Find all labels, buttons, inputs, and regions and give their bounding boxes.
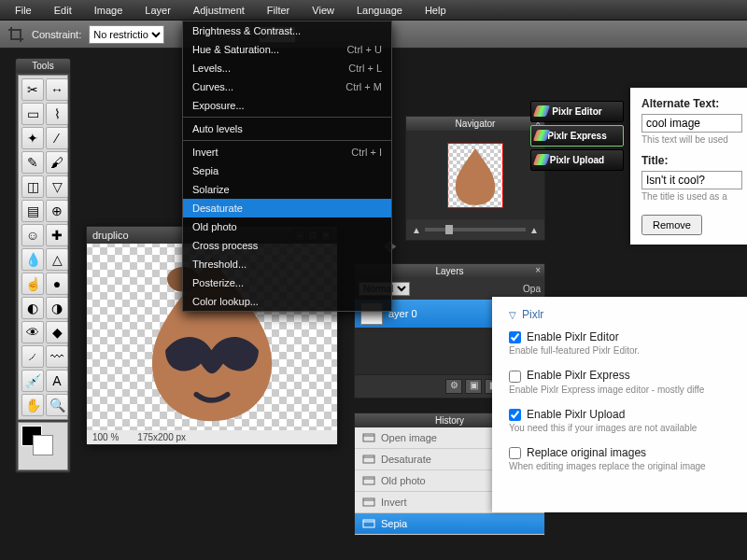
navigator-zoom-slider[interactable]: ▲ ▲ bbox=[406, 219, 544, 240]
background-color-swatch[interactable] bbox=[33, 435, 53, 455]
menu-item-hue-saturation[interactable]: Hue & Saturation...Ctrl + U bbox=[183, 40, 391, 59]
pixlr-option-checkbox-0[interactable] bbox=[509, 331, 521, 343]
layer-settings-icon[interactable]: ⚙ bbox=[445, 379, 462, 394]
pixlr-option-help: Enable Pixlr Express image editor - most… bbox=[509, 385, 736, 395]
menu-item-curves[interactable]: Curves...Ctrl + M bbox=[183, 77, 391, 96]
shape-tool[interactable]: ◆ bbox=[46, 321, 68, 343]
constraint-select[interactable]: No restrictio bbox=[89, 25, 164, 44]
bucket-tool[interactable]: ▽ bbox=[46, 175, 68, 198]
collapse-triangle-icon[interactable]: ▽ bbox=[509, 310, 516, 320]
menu-adjustment[interactable]: Adjustment bbox=[182, 2, 256, 19]
history-step-icon bbox=[362, 431, 375, 444]
menu-item-exposure[interactable]: Exposure... bbox=[183, 96, 391, 115]
zoom-in-icon[interactable]: ▲ bbox=[529, 225, 539, 235]
zoom-tool[interactable]: 🔍 bbox=[46, 394, 68, 416]
navigator-preview[interactable] bbox=[406, 131, 544, 219]
alt-text-help: This text will be used bbox=[641, 134, 741, 145]
alt-text-input[interactable] bbox=[641, 114, 742, 133]
navigator-panel: Navigator× ▲ ▲ ✥ bbox=[405, 116, 545, 241]
zoom-out-icon[interactable]: ▲ bbox=[412, 225, 421, 235]
svg-rect-1 bbox=[363, 434, 374, 441]
history-step-icon bbox=[362, 517, 375, 530]
bezier-tool[interactable]: 〰 bbox=[46, 345, 68, 368]
pixlr-option-label: Enable Pixlr Upload bbox=[527, 408, 625, 421]
menu-item-old-photo[interactable]: Old photo bbox=[183, 217, 391, 236]
main-menubar: File Edit Image Layer Adjustment Filter … bbox=[0, 0, 747, 21]
eraser-tool[interactable]: ◫ bbox=[21, 175, 44, 198]
menu-file[interactable]: File bbox=[4, 2, 43, 19]
gradient-tool[interactable]: ▤ bbox=[21, 200, 44, 222]
title-input[interactable] bbox=[641, 171, 742, 189]
stamp-tool[interactable]: ⊕ bbox=[46, 200, 68, 222]
color-swatches[interactable] bbox=[18, 422, 68, 470]
layers-close-icon[interactable]: × bbox=[535, 265, 541, 275]
remove-button[interactable]: Remove bbox=[641, 215, 702, 235]
canvas-title-text: druplico bbox=[92, 230, 129, 241]
pixlr-option-checkbox-2[interactable] bbox=[509, 409, 521, 421]
heal-tool[interactable]: ✚ bbox=[46, 224, 68, 246]
svg-rect-3 bbox=[363, 455, 374, 463]
alt-text-label: Alternate Text: bbox=[641, 97, 741, 110]
menu-separator bbox=[183, 140, 391, 141]
eyedropper-tool[interactable]: 💉 bbox=[21, 370, 44, 392]
pixlr-upload-badge[interactable]: Pixlr Upload bbox=[530, 149, 624, 171]
menu-layer[interactable]: Layer bbox=[134, 2, 182, 19]
type-tool[interactable]: A bbox=[46, 370, 68, 392]
menu-image[interactable]: Image bbox=[83, 2, 134, 19]
pixlr-option-help: Enable full-featured Pixlr Editor. bbox=[509, 345, 736, 356]
history-step-icon bbox=[362, 496, 375, 509]
menu-item-sepia[interactable]: Sepia bbox=[183, 161, 391, 180]
pixlr-option-checkbox-1[interactable] bbox=[509, 371, 521, 383]
menu-item-brightness-contrast[interactable]: Brightness & Contrast... bbox=[183, 21, 391, 40]
opacity-label: Opa bbox=[523, 284, 541, 294]
pixlr-option-help: You need this if your images are not ava… bbox=[509, 423, 736, 433]
navigator-thumbnail bbox=[447, 143, 503, 208]
menu-view[interactable]: View bbox=[301, 2, 345, 19]
layer-mask-icon[interactable]: ▣ bbox=[465, 379, 482, 394]
wand-tool[interactable]: ✦ bbox=[21, 127, 44, 149]
brush-tool[interactable]: ⁄ bbox=[46, 127, 68, 149]
pixlr-settings-legend[interactable]: ▽Pixlr bbox=[509, 308, 736, 321]
smudge-tool[interactable]: ☝ bbox=[21, 273, 44, 295]
menu-item-cross-process[interactable]: Cross process bbox=[183, 236, 391, 255]
menu-item-invert[interactable]: InvertCtrl + I bbox=[183, 143, 391, 161]
image-properties-form: Alternate Text: This text will be used T… bbox=[630, 88, 747, 245]
sponge-tool[interactable]: ● bbox=[46, 273, 68, 295]
pixlr-option: Enable Pixlr EditorEnable full-featured … bbox=[509, 330, 736, 356]
lasso-tool[interactable]: ⌇ bbox=[46, 103, 68, 125]
menu-help[interactable]: Help bbox=[414, 2, 458, 19]
history-step-icon bbox=[362, 453, 375, 466]
menu-item-solarize[interactable]: Solarize bbox=[183, 180, 391, 199]
history-item-sepia[interactable]: Sepia bbox=[355, 513, 544, 535]
hand-tool[interactable]: ✋ bbox=[21, 394, 44, 416]
dodge-tool[interactable]: ◐ bbox=[21, 297, 44, 319]
pixlr-option: Enable Pixlr ExpressEnable Pixlr Express… bbox=[509, 369, 736, 394]
line-tool[interactable]: ⟋ bbox=[21, 345, 44, 368]
menu-language[interactable]: Language bbox=[345, 2, 414, 19]
pixlr-editor-badge[interactable]: Pixlr Editor bbox=[530, 101, 624, 122]
crop-tool[interactable]: ✂ bbox=[21, 78, 44, 101]
person-tool[interactable]: ☺ bbox=[21, 224, 44, 246]
menu-item-auto-levels[interactable]: Auto levels bbox=[183, 119, 391, 138]
menu-item-posterize[interactable]: Posterize... bbox=[183, 273, 391, 292]
svg-rect-7 bbox=[363, 498, 374, 506]
menu-item-color-lookup[interactable]: Color lookup... bbox=[183, 292, 391, 311]
pencil-tool[interactable]: ✎ bbox=[21, 151, 44, 174]
sharpen-tool[interactable]: △ bbox=[46, 248, 68, 271]
marquee-tool[interactable]: ▭ bbox=[21, 103, 44, 125]
menu-item-desaturate[interactable]: Desaturate bbox=[183, 199, 391, 217]
svg-rect-9 bbox=[363, 520, 374, 527]
navigator-title: Navigator× bbox=[406, 117, 544, 131]
blur-tool[interactable]: 💧 bbox=[21, 248, 44, 271]
paintbrush-tool[interactable]: 🖌 bbox=[46, 151, 68, 174]
pixlr-express-badge[interactable]: Pixlr Express bbox=[530, 125, 624, 147]
menu-filter[interactable]: Filter bbox=[256, 2, 301, 19]
menu-edit[interactable]: Edit bbox=[43, 2, 83, 19]
pixlr-option-checkbox-3[interactable] bbox=[509, 447, 521, 459]
eye-tool[interactable]: 👁 bbox=[21, 321, 44, 343]
move-tool[interactable]: ↔ bbox=[46, 78, 68, 101]
menu-item-threshold[interactable]: Threshold... bbox=[183, 255, 391, 273]
burn-tool[interactable]: ◑ bbox=[46, 297, 68, 319]
pixlr-option-label: Enable Pixlr Express bbox=[527, 369, 630, 382]
menu-item-levels[interactable]: Levels...Ctrl + L bbox=[183, 59, 391, 77]
